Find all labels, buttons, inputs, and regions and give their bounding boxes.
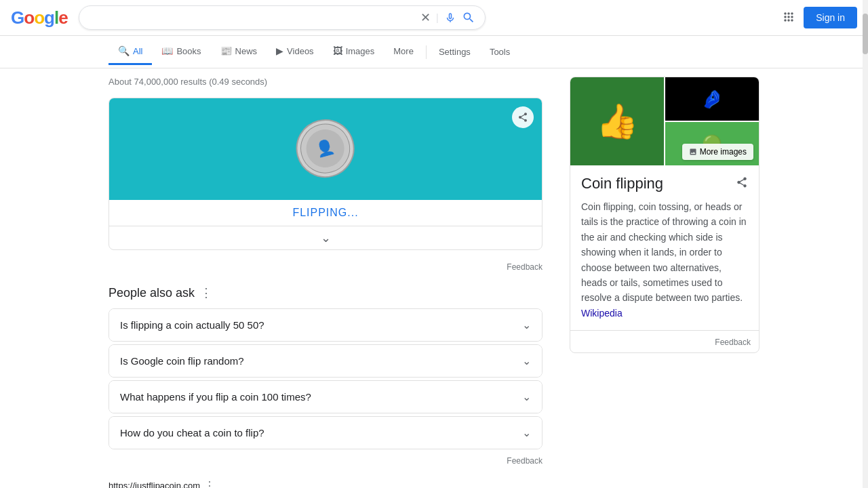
widget-feedback-link[interactable]: Feedback: [507, 262, 542, 272]
header: Google flip a coin ✕ | Sign in: [0, 0, 868, 36]
kp-title: Coin flipping: [581, 175, 663, 192]
coin-expand-row[interactable]: ⌄: [109, 226, 542, 249]
paa-options-icon[interactable]: ⋮: [200, 285, 212, 300]
search-result-1: https://justflipacoin.com ⋮ Just Flip A …: [108, 479, 542, 488]
paa-chevron-1: ⌄: [522, 319, 531, 331]
more-images-label: More images: [700, 147, 747, 157]
results-count: About 74,000,000 results (0.49 seconds): [108, 77, 542, 87]
paa-question-2: Is Google coin flip random?: [120, 355, 244, 367]
videos-icon: ▶: [276, 45, 283, 56]
paa-item-header-4[interactable]: How do you cheat a coin to flip? ⌄: [109, 417, 542, 449]
kp-image-top-right[interactable]: 🤌: [665, 77, 759, 121]
search-input[interactable]: flip a coin: [89, 12, 415, 24]
apps-icon[interactable]: [782, 10, 795, 26]
scrollbar-track: [863, 0, 868, 488]
scrollbar-thumb[interactable]: [863, 14, 868, 54]
kp-content: Coin flipping Coin flipping, coin tossin…: [570, 165, 759, 330]
hand-thumb-icon: 👍: [596, 102, 638, 141]
paa-title-row: People also ask ⋮: [108, 285, 542, 300]
settings-button[interactable]: Settings: [429, 40, 480, 64]
header-right: Sign in: [782, 7, 857, 28]
images-icon: 🖼: [333, 45, 342, 56]
paa-chevron-3: ⌄: [522, 390, 531, 403]
kp-title-row: Coin flipping: [581, 175, 748, 192]
tab-news[interactable]: 📰 News: [211, 39, 267, 65]
paa-item-header-1[interactable]: Is flipping a coin actually 50 50? ⌄: [109, 309, 542, 341]
flipping-label[interactable]: FLIPPING...: [109, 200, 542, 226]
result-1-url: https://justflipacoin.com: [108, 481, 200, 488]
tab-more[interactable]: More: [384, 39, 423, 65]
paa-title: People also ask: [108, 286, 195, 300]
result-1-url-row: https://justflipacoin.com ⋮: [108, 479, 542, 488]
tab-more-label: More: [393, 46, 414, 56]
tab-books-label: Books: [176, 46, 201, 56]
news-icon: 📰: [220, 45, 232, 56]
more-images-button[interactable]: More images: [682, 144, 753, 160]
search-submit-icon[interactable]: [462, 11, 475, 24]
result-1-menu-icon[interactable]: ⋮: [204, 479, 215, 488]
tab-images-label: Images: [346, 46, 375, 56]
paa-question-4: How do you cheat a coin to flip?: [120, 427, 264, 439]
left-column: About 74,000,000 results (0.49 seconds) …: [108, 77, 542, 488]
tools-button[interactable]: Tools: [480, 40, 519, 64]
search-bar: flip a coin ✕ |: [79, 5, 486, 30]
kp-images: 👍 🤌 🟢 More images: [570, 77, 759, 165]
tab-all[interactable]: 🔍 All: [108, 39, 152, 65]
coin-svg: 👤: [288, 110, 362, 185]
clear-icon[interactable]: ✕: [420, 10, 431, 25]
paa-item-2: Is Google coin flip random? ⌄: [108, 344, 542, 378]
tab-divider: [426, 45, 427, 59]
kp-share-icon[interactable]: [736, 176, 748, 192]
kp-description: Coin flipping, coin tossing, or heads or…: [581, 199, 748, 321]
paa-question-1: Is flipping a coin actually 50 50?: [120, 319, 264, 331]
kp-wikipedia-link[interactable]: Wikipedia: [581, 308, 623, 319]
expand-icon: ⌄: [321, 230, 331, 245]
all-icon: 🔍: [118, 45, 130, 56]
right-column: 👍 🤌 🟢 More images Coin flipping: [570, 77, 760, 488]
paa-chevron-2: ⌄: [522, 354, 531, 367]
books-icon: 📖: [161, 45, 173, 56]
google-logo[interactable]: Google: [11, 7, 68, 28]
widget-feedback-row: Feedback: [108, 258, 542, 274]
tab-videos-label: Videos: [287, 46, 314, 56]
mic-icon[interactable]: [444, 12, 456, 24]
paa-item: Is flipping a coin actually 50 50? ⌄: [108, 308, 542, 342]
search-tabs: 🔍 All 📖 Books 📰 News ▶ Videos 🖼 Images M…: [0, 36, 868, 68]
kp-feedback-link[interactable]: Feedback: [715, 338, 751, 347]
paa-item-header-2[interactable]: Is Google coin flip random? ⌄: [109, 345, 542, 377]
paa-feedback-link[interactable]: Feedback: [507, 456, 542, 466]
sign-in-button[interactable]: Sign in: [804, 7, 857, 28]
people-also-ask-section: People also ask ⋮ Is flipping a coin act…: [108, 285, 542, 468]
paa-question-3: What happens if you flip a coin 100 time…: [120, 391, 311, 403]
tab-books[interactable]: 📖 Books: [152, 39, 210, 65]
widget-share-button[interactable]: [512, 106, 534, 128]
kp-image-main[interactable]: 👍: [570, 77, 664, 165]
dark-fingers-icon: 🤌: [701, 89, 723, 110]
paa-item-4: How do you cheat a coin to flip? ⌄: [108, 416, 542, 449]
results-area: About 74,000,000 results (0.49 seconds) …: [0, 68, 868, 488]
tab-all-label: All: [133, 46, 142, 56]
paa-feedback-row: Feedback: [108, 452, 542, 468]
knowledge-panel: 👍 🤌 🟢 More images Coin flipping: [570, 77, 760, 353]
kp-feedback-row: Feedback: [570, 330, 759, 352]
paa-item-3: What happens if you flip a coin 100 time…: [108, 380, 542, 413]
coin-widget: 👤 FLIPPING... ⌄: [108, 98, 542, 250]
tab-news-label: News: [235, 46, 258, 56]
tab-images[interactable]: 🖼 Images: [323, 39, 384, 65]
tab-videos[interactable]: ▶ Videos: [267, 39, 323, 65]
paa-chevron-4: ⌄: [522, 426, 531, 439]
paa-item-header-3[interactable]: What happens if you flip a coin 100 time…: [109, 381, 542, 413]
coin-display: 👤: [109, 98, 542, 200]
